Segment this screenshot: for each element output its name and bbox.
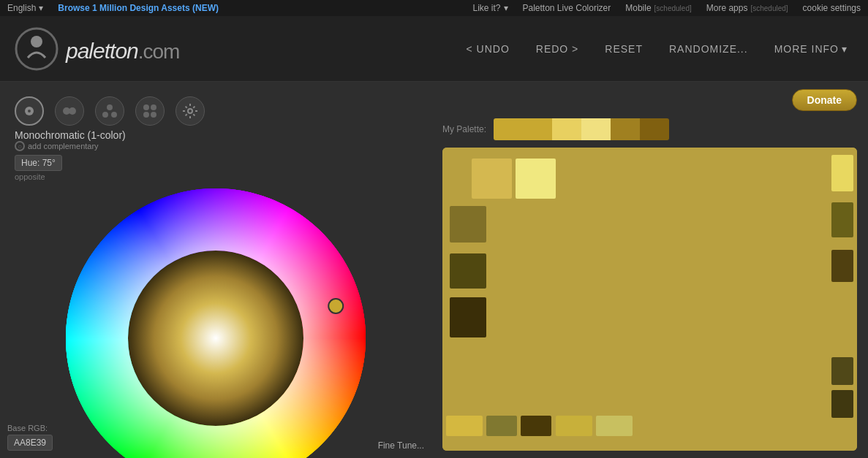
logo-area: paletton.com bbox=[15, 27, 460, 71]
left-panel: Monochromatic (1-color) ○ add complement… bbox=[0, 82, 431, 458]
swatch-1[interactable] bbox=[472, 159, 512, 199]
svg-point-0 bbox=[16, 28, 57, 69]
redo-button[interactable]: REDO > bbox=[530, 40, 585, 58]
mode-triad[interactable] bbox=[95, 96, 124, 126]
swatch-3[interactable] bbox=[831, 155, 853, 191]
language-selector[interactable]: English ▾ bbox=[7, 3, 43, 13]
colorizer-link[interactable]: Paletton Live Colorizer bbox=[523, 3, 611, 13]
palette-swatch-2[interactable] bbox=[552, 118, 581, 140]
svg-point-7 bbox=[102, 112, 108, 118]
swatch-12[interactable] bbox=[486, 416, 517, 436]
swatch-8[interactable] bbox=[450, 297, 486, 337]
color-preview[interactable] bbox=[442, 148, 857, 451]
mobile-link[interactable]: Mobile [scheduled] bbox=[625, 3, 692, 13]
header-nav: < UNDO REDO > RESET RANDOMIZE... MORE IN… bbox=[460, 40, 853, 58]
svg-point-6 bbox=[107, 104, 113, 110]
svg-point-1 bbox=[31, 36, 42, 47]
header: paletton.com < UNDO REDO > RESET RANDOMI… bbox=[0, 16, 868, 82]
more-apps-link[interactable]: More apps [scheduled] bbox=[706, 3, 788, 13]
bottom-controls: Base RGB: AA8E39 Fine Tune... bbox=[7, 424, 424, 451]
mode-settings[interactable] bbox=[176, 96, 205, 126]
color-wheel[interactable] bbox=[62, 185, 369, 458]
mode-mono[interactable] bbox=[15, 96, 44, 126]
svg-point-9 bbox=[143, 104, 149, 110]
svg-point-3 bbox=[28, 110, 31, 112]
swatch-5[interactable] bbox=[831, 202, 853, 237]
svg-point-8 bbox=[111, 112, 117, 118]
more-info-button[interactable]: MORE INFO ▾ bbox=[769, 40, 853, 58]
logo-text: paletton.com bbox=[66, 32, 179, 65]
add-complementary-button[interactable]: ○ add complementary bbox=[15, 141, 424, 151]
color-preview-inner bbox=[442, 148, 857, 451]
palette-swatch-3[interactable] bbox=[581, 118, 611, 140]
svg-point-5 bbox=[69, 107, 76, 115]
top-bar: English ▾ Browse 1 Million Design Assets… bbox=[0, 0, 868, 16]
swatch-13[interactable] bbox=[521, 416, 551, 436]
swatch-15[interactable] bbox=[596, 416, 633, 436]
mode-label: Monochromatic (1-color) bbox=[15, 129, 424, 141]
swatch-9[interactable] bbox=[831, 357, 853, 385]
swatch-2[interactable] bbox=[516, 159, 556, 199]
base-rgb-area: Base RGB: AA8E39 bbox=[7, 424, 53, 451]
palette-row: My Palette: bbox=[442, 118, 857, 140]
mode-tetrad[interactable] bbox=[135, 96, 165, 126]
hue-display: Hue: 75° opposite bbox=[15, 155, 424, 181]
randomize-button[interactable]: RANDOMIZE... bbox=[663, 40, 754, 58]
logo-icon bbox=[15, 27, 59, 71]
cookie-settings-link[interactable]: cookie settings bbox=[803, 3, 861, 13]
palette-swatch-5[interactable] bbox=[640, 118, 669, 140]
swatch-4[interactable] bbox=[450, 206, 486, 243]
right-panel: Donate My Palette: bbox=[431, 82, 868, 458]
palette-label: My Palette: bbox=[442, 124, 486, 134]
svg-point-12 bbox=[151, 112, 156, 118]
opposite-label[interactable]: opposite bbox=[15, 172, 424, 181]
svg-point-13 bbox=[188, 109, 192, 113]
swatch-6[interactable] bbox=[450, 253, 486, 289]
main-content: Monochromatic (1-color) ○ add complement… bbox=[0, 82, 868, 458]
swatch-11[interactable] bbox=[446, 416, 483, 436]
color-wheel-container[interactable] bbox=[62, 185, 369, 458]
mode-label-area: Monochromatic (1-color) ○ add complement… bbox=[15, 129, 424, 151]
svg-point-10 bbox=[151, 104, 156, 110]
browse-assets-link[interactable]: Browse 1 Million Design Assets (NEW) bbox=[58, 3, 219, 13]
palette-swatch-1[interactable] bbox=[494, 118, 552, 140]
donate-area: Donate bbox=[442, 89, 857, 111]
palette-bar bbox=[494, 118, 669, 140]
mode-adjacent[interactable] bbox=[55, 96, 84, 126]
svg-point-11 bbox=[143, 112, 149, 118]
likeit-selector[interactable]: Like it? ▾ bbox=[472, 3, 507, 13]
swatch-10[interactable] bbox=[831, 390, 853, 418]
base-rgb-value[interactable]: AA8E39 bbox=[7, 435, 53, 451]
palette-swatch-4[interactable] bbox=[611, 118, 640, 140]
donate-button[interactable]: Donate bbox=[792, 89, 857, 111]
hue-value: Hue: 75° bbox=[15, 155, 62, 171]
mode-selector bbox=[15, 96, 424, 126]
swatch-14[interactable] bbox=[556, 416, 592, 436]
swatch-7[interactable] bbox=[831, 250, 853, 282]
reset-button[interactable]: RESET bbox=[599, 40, 649, 58]
undo-button[interactable]: < UNDO bbox=[460, 40, 515, 58]
fine-tune-button[interactable]: Fine Tune... bbox=[378, 440, 424, 451]
browse-assets-label: Browse 1 Million Design Assets (NEW) bbox=[58, 3, 219, 13]
